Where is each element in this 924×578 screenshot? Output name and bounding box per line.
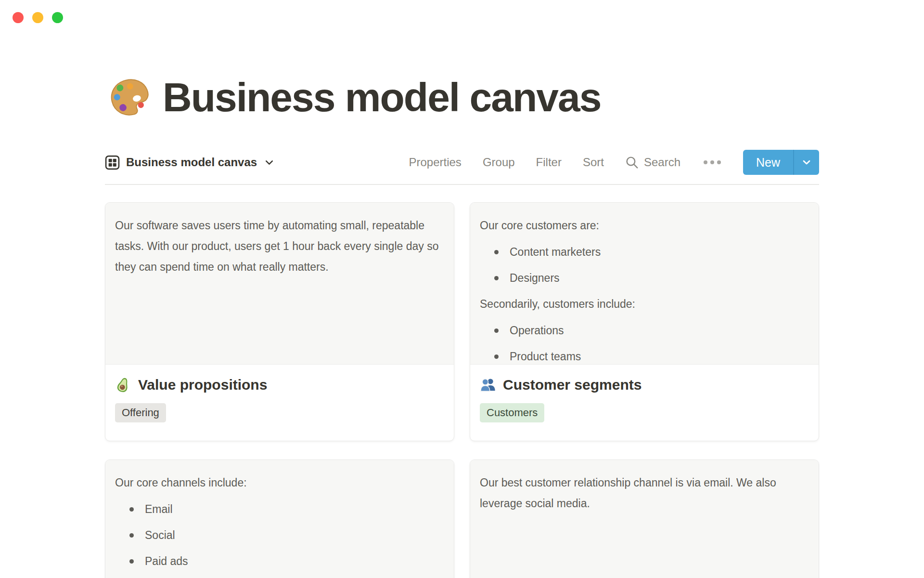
preview-bullet: Product teams [480, 346, 809, 365]
filter-button[interactable]: Filter [536, 156, 562, 169]
chevron-down-icon [802, 158, 811, 167]
page-title[interactable]: Business model canvas [163, 77, 601, 118]
page-title-row: Business model canvas [105, 75, 819, 119]
preview-bullet: Operations [480, 320, 809, 341]
toolbar-actions: Properties Group Filter Sort Search New [409, 150, 819, 175]
preview-bullet: Email [115, 499, 444, 520]
card-title-row: Value propositions [115, 376, 444, 394]
gallery-grid: Our software saves users time by automat… [105, 202, 819, 578]
window-controls [13, 12, 63, 23]
card-customer-segments[interactable]: Our core customers are: Content marketer… [470, 202, 819, 441]
preview-bullet: Content marketers [480, 242, 809, 263]
card-value-propositions[interactable]: Our software saves users time by automat… [105, 202, 454, 441]
zoom-window-button[interactable] [52, 12, 63, 23]
preview-bullet: Social [115, 525, 444, 546]
preview-paragraph: Our core channels include: [115, 473, 444, 493]
card-footer: Customer segments Customers [470, 365, 819, 434]
search-icon [625, 156, 639, 170]
card-title: Customer segments [503, 376, 642, 394]
card-customer-relationships[interactable]: Our best customer relationship channel i… [470, 460, 819, 578]
more-options-button[interactable] [702, 158, 723, 166]
tag-customers: Customers [480, 403, 544, 422]
card-tags: Customers [480, 403, 809, 422]
sort-button[interactable]: Sort [583, 156, 604, 169]
properties-button[interactable]: Properties [409, 156, 461, 169]
view-toolbar: Business model canvas Properties Group F… [105, 149, 819, 175]
preview-paragraph: Secondarily, customers include: [480, 294, 809, 315]
card-preview: Our core channels include: Email Social … [105, 460, 454, 578]
avocado-icon [115, 377, 131, 393]
card-channels[interactable]: Our core channels include: Email Social … [105, 460, 454, 578]
minimize-window-button[interactable] [32, 12, 43, 23]
gallery-view-icon [105, 155, 120, 170]
group-button[interactable]: Group [483, 156, 515, 169]
card-title: Value propositions [138, 376, 267, 394]
preview-paragraph: Our core customers are: [480, 215, 809, 236]
card-tags: Offering [115, 403, 444, 422]
search-button[interactable]: Search [625, 156, 680, 170]
card-preview: Our software saves users time by automat… [105, 203, 454, 365]
preview-bullet: Designers [480, 268, 809, 289]
tag-offering: Offering [115, 403, 166, 422]
new-button-group: New [743, 150, 819, 175]
search-label: Search [644, 156, 680, 169]
new-dropdown-button[interactable] [794, 150, 819, 175]
card-footer: Value propositions Offering [105, 365, 454, 434]
view-switcher[interactable]: Business model canvas [105, 155, 274, 170]
ellipsis-icon [704, 160, 707, 164]
people-icon [480, 377, 496, 393]
chevron-down-icon [264, 158, 274, 168]
close-window-button[interactable] [13, 12, 24, 23]
card-preview: Our best customer relationship channel i… [470, 460, 819, 578]
card-preview: Our core customers are: Content marketer… [470, 203, 819, 365]
view-switcher-label: Business model canvas [126, 156, 257, 169]
preview-paragraph: Our best customer relationship channel i… [480, 473, 809, 514]
card-title-row: Customer segments [480, 376, 809, 394]
page-content: Business model canvas Business model can… [105, 0, 819, 578]
new-button[interactable]: New [743, 150, 793, 175]
palette-icon [108, 75, 152, 119]
preview-bullet: Paid ads [115, 551, 444, 572]
toolbar-divider [105, 184, 819, 185]
preview-paragraph: Our software saves users time by automat… [115, 215, 444, 277]
